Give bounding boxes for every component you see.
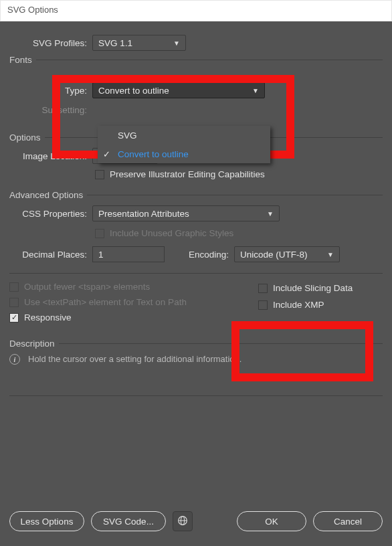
- info-icon: i: [9, 354, 20, 365]
- divider: [9, 395, 383, 396]
- options-legend: Options: [9, 132, 41, 143]
- description-legend: Description: [9, 339, 55, 349]
- check-icon: ✓: [103, 149, 110, 159]
- chevron-down-icon: ▼: [173, 39, 180, 47]
- chevron-down-icon: ▼: [327, 251, 334, 258]
- chevron-down-icon: ▼: [267, 210, 274, 217]
- chevron-down-icon: ▼: [252, 87, 259, 94]
- type-option-svg[interactable]: SVG: [98, 126, 270, 145]
- ok-button[interactable]: OK: [237, 511, 306, 531]
- type-option-convert[interactable]: ✓ Convert to outline: [98, 145, 270, 163]
- checkbox-box: [9, 298, 19, 307]
- button-row: Less Options SVG Code... OK Cancel: [9, 511, 383, 531]
- checkbox-box: [95, 170, 104, 179]
- encoding-select[interactable]: Unicode (UTF-8) ▼: [234, 246, 340, 262]
- checkbox-box: [95, 229, 104, 238]
- checkbox-box: [9, 282, 19, 292]
- include-unused-checkbox: Include Unused Graphic Styles: [95, 228, 233, 238]
- checkbox-box: ✓: [9, 313, 19, 323]
- use-textpath-label: Use <textPath> element for Text on Path: [24, 297, 187, 307]
- option-label: SVG: [118, 130, 137, 141]
- cancel-button[interactable]: Cancel: [313, 511, 383, 531]
- decimal-places-label: Decimal Places:: [9, 250, 92, 260]
- decimal-places-input[interactable]: [92, 246, 165, 262]
- dialog-body: SVG Profiles: SVG 1.1 ▼ Fonts Type: Conv…: [0, 21, 392, 546]
- include-unused-label: Include Unused Graphic Styles: [110, 228, 233, 238]
- css-properties-label: CSS Properties:: [9, 209, 92, 219]
- type-value: Convert to outline: [98, 86, 169, 96]
- window-title: SVG Options: [0, 0, 392, 21]
- svg-profiles-label: SVG Profiles:: [9, 38, 92, 48]
- subsetting-label: Subsetting:: [9, 105, 92, 115]
- encoding-value: Unicode (UTF-8): [240, 250, 308, 260]
- encoding-label: Encoding:: [177, 250, 234, 260]
- use-textpath-checkbox: Use <textPath> element for Text on Path: [9, 297, 187, 307]
- image-location-label: Image Location:: [9, 151, 92, 161]
- checkbox-box: [258, 284, 268, 293]
- advanced-legend: Advanced Options: [9, 190, 83, 200]
- responsive-checkbox[interactable]: ✓ Responsive: [9, 312, 72, 323]
- include-slicing-checkbox[interactable]: Include Slicing Data: [258, 283, 353, 293]
- svg-profiles-select[interactable]: SVG 1.1 ▼: [92, 35, 186, 51]
- include-xmp-checkbox[interactable]: Include XMP: [258, 300, 324, 310]
- globe-icon: [177, 515, 188, 528]
- include-xmp-label: Include XMP: [273, 300, 324, 310]
- divider: [9, 273, 383, 274]
- checkbox-box: [258, 300, 268, 310]
- description-text: Hold the cursor over a setting for addit…: [28, 354, 241, 364]
- divider: [36, 60, 383, 60]
- type-dropdown-list: SVG ✓ Convert to outline: [98, 126, 270, 163]
- svg-profiles-value: SVG 1.1: [98, 38, 132, 48]
- svg-code-button[interactable]: SVG Code...: [91, 511, 166, 531]
- output-tspan-label: Output fewer <tspan> elements: [24, 282, 150, 292]
- annotation-highlight-include: [231, 321, 373, 381]
- divider: [59, 343, 383, 344]
- css-properties-value: Presentation Attributes: [98, 209, 189, 219]
- fonts-legend: Fonts: [9, 55, 32, 65]
- responsive-label: Responsive: [24, 312, 72, 323]
- preserve-editing-label: Preserve Illustrator Editing Capabilitie…: [110, 169, 265, 179]
- divider: [87, 195, 383, 195]
- type-select[interactable]: Convert to outline ▼: [92, 82, 265, 98]
- include-slicing-label: Include Slicing Data: [273, 283, 353, 293]
- option-label: Convert to outline: [118, 149, 189, 159]
- less-options-button[interactable]: Less Options: [9, 511, 84, 531]
- preserve-editing-checkbox[interactable]: Preserve Illustrator Editing Capabilitie…: [95, 169, 265, 179]
- web-preview-button[interactable]: [173, 511, 193, 531]
- type-label: Type:: [9, 86, 92, 96]
- css-properties-select[interactable]: Presentation Attributes ▼: [92, 205, 280, 221]
- output-tspan-checkbox: Output fewer <tspan> elements: [9, 282, 150, 292]
